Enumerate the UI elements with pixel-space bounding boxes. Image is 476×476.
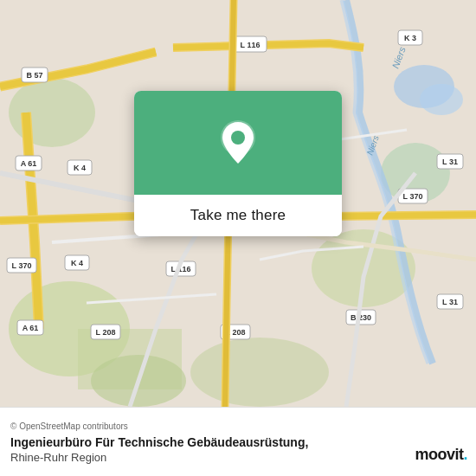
copyright-text: © OpenStreetMap contributors: [10, 421, 466, 431]
svg-text:L 370: L 370: [403, 192, 423, 201]
popup-card: Take me there: [134, 91, 342, 236]
svg-text:L 116: L 116: [241, 41, 261, 49]
svg-text:K 4: K 4: [71, 259, 83, 267]
svg-text:A 61: A 61: [23, 324, 39, 332]
svg-text:A 61: A 61: [21, 159, 37, 168]
map-container: L 116 B 57 K 3 A 61 A 61 K 4 K 4 L 370 L…: [0, 0, 476, 407]
svg-point-9: [420, 84, 463, 115]
svg-point-43: [231, 131, 245, 145]
popup-map-area: [134, 91, 342, 195]
location-region: Rhine-Ruhr Region: [10, 451, 466, 464]
svg-text:K 4: K 4: [74, 164, 86, 172]
svg-text:L 31: L 31: [442, 298, 458, 306]
svg-point-6: [190, 338, 329, 407]
svg-text:B 57: B 57: [26, 71, 42, 80]
svg-text:L 31: L 31: [442, 158, 458, 166]
bottom-info-bar: © OpenStreetMap contributors Ingenieurbü…: [0, 407, 476, 476]
moovit-dot: .: [463, 446, 467, 463]
svg-point-4: [9, 78, 95, 147]
svg-text:K 3: K 3: [404, 34, 416, 42]
svg-text:L 208: L 208: [96, 328, 116, 337]
location-pin-icon: [220, 120, 256, 165]
svg-text:L 370: L 370: [12, 261, 32, 270]
moovit-logo: moovit.: [415, 446, 467, 464]
take-me-there-button[interactable]: Take me there: [134, 195, 342, 236]
location-name: Ingenieurbüro Für Technische Gebäudeausr…: [10, 434, 466, 450]
